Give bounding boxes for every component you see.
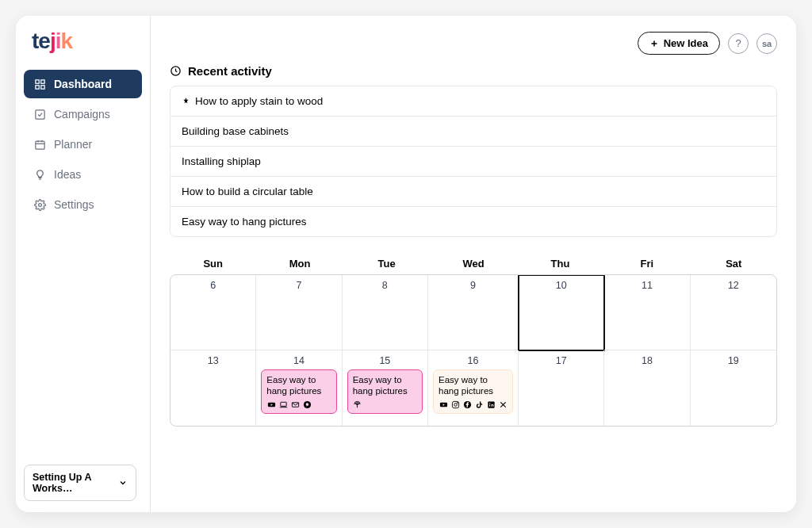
- gear-icon: [33, 198, 46, 211]
- calendar-event[interactable]: Easy way to hang pictures: [347, 369, 423, 414]
- svg-rect-4: [35, 109, 44, 118]
- calendar-cell[interactable]: 9: [428, 275, 519, 350]
- sidebar-item-campaigns[interactable]: Campaigns: [24, 100, 142, 128]
- svg-rect-3: [40, 85, 44, 88]
- sidebar: tejik Dashboard Campaigns Planner Ideas …: [16, 16, 151, 512]
- activity-item[interactable]: Installing shiplap: [170, 147, 776, 177]
- cal-date: 12: [695, 280, 772, 291]
- day-header: Mon: [256, 253, 343, 274]
- activity-list: How to apply stain to wood Building base…: [170, 86, 777, 237]
- cal-date: 19: [695, 355, 772, 366]
- cal-date: 9: [433, 280, 513, 291]
- new-idea-label: New Idea: [664, 37, 708, 49]
- nav-label: Dashboard: [54, 78, 112, 90]
- day-header: Sat: [691, 253, 777, 274]
- day-header: Wed: [430, 253, 516, 274]
- x-icon: [498, 400, 508, 410]
- event-icons: [353, 400, 417, 410]
- calendar-header: Sun Mon Tue Wed Thu Fri Sat: [170, 253, 777, 274]
- activity-label: Installing shiplap: [182, 155, 261, 167]
- new-idea-button[interactable]: New Idea: [638, 32, 720, 55]
- calendar-icon: [33, 138, 46, 151]
- avatar[interactable]: sa: [756, 33, 777, 54]
- nav-label: Planner: [54, 138, 92, 151]
- cal-date: 16: [433, 355, 513, 366]
- calendar-cell-today[interactable]: 10: [519, 275, 604, 350]
- calendar-cell[interactable]: 15 Easy way to hang pictures: [343, 350, 428, 426]
- cal-date: 17: [523, 355, 599, 366]
- nav: Dashboard Campaigns Planner Ideas Settin…: [24, 70, 142, 219]
- activity-label: How to apply stain to wood: [195, 95, 323, 107]
- activity-label: Building base cabinets: [182, 125, 289, 137]
- logo: tejik: [24, 29, 142, 70]
- sidebar-item-dashboard[interactable]: Dashboard: [24, 70, 142, 98]
- linkedin-icon: [486, 400, 496, 410]
- svg-point-19: [488, 403, 489, 404]
- cal-date: 18: [609, 355, 684, 366]
- nav-label: Campaigns: [54, 108, 110, 121]
- workspace-switcher[interactable]: Setting Up A Works…: [24, 465, 136, 501]
- bulb-icon: [33, 168, 46, 181]
- section-title-text: Recent activity: [188, 64, 272, 78]
- event-icons: [266, 400, 331, 410]
- laptop-icon: [278, 400, 288, 410]
- activity-label: Easy way to hang pictures: [182, 216, 307, 228]
- event-title: Easy way to hang pictures: [266, 374, 331, 397]
- event-title: Easy way to hang pictures: [439, 374, 508, 397]
- clock-icon: [170, 65, 182, 77]
- cal-date: 6: [175, 280, 251, 291]
- event-icons: [439, 400, 508, 410]
- calendar-cell[interactable]: 11: [604, 275, 690, 350]
- help-icon: ?: [735, 37, 741, 49]
- calendar-cell[interactable]: 13: [170, 350, 256, 426]
- calendar-event[interactable]: Easy way to hang pictures: [261, 369, 336, 414]
- svg-rect-0: [35, 79, 38, 82]
- cal-date: 15: [347, 355, 423, 366]
- calendar-cell[interactable]: 7: [256, 275, 342, 350]
- calendar-cell[interactable]: 16 Easy way to hang pictures: [428, 350, 519, 426]
- check-square-icon: [33, 108, 46, 121]
- svg-point-6: [38, 203, 41, 206]
- youtube-icon: [439, 400, 448, 410]
- sidebar-item-planner[interactable]: Planner: [24, 130, 142, 159]
- podcast-icon: [353, 400, 362, 410]
- instagram-icon: [450, 400, 460, 410]
- calendar-cell[interactable]: 17: [519, 350, 604, 426]
- calendar-event[interactable]: Easy way to hang pictures: [433, 369, 513, 414]
- calendar-cell[interactable]: 18: [604, 350, 690, 426]
- svg-rect-2: [35, 85, 38, 88]
- activity-item[interactable]: Easy way to hang pictures: [170, 207, 776, 236]
- svg-rect-9: [281, 403, 286, 407]
- pinterest-icon: [302, 400, 312, 410]
- cal-date: 11: [609, 280, 684, 291]
- sidebar-item-settings[interactable]: Settings: [24, 190, 142, 219]
- calendar-grid: 6 7 8 9 10 11 12 13 14 Easy way to hang …: [170, 274, 777, 427]
- calendar-cell[interactable]: 14 Easy way to hang pictures: [256, 350, 342, 426]
- svg-rect-5: [35, 141, 44, 149]
- svg-point-15: [454, 404, 457, 407]
- day-header: Tue: [343, 253, 430, 274]
- topbar: New Idea ? sa: [170, 32, 777, 55]
- cal-date: 10: [523, 280, 599, 291]
- nav-label: Ideas: [54, 168, 81, 181]
- help-button[interactable]: ?: [728, 33, 749, 54]
- calendar-cell[interactable]: 19: [691, 350, 776, 426]
- activity-item[interactable]: How to build a circular table: [170, 177, 776, 207]
- calendar-cell[interactable]: 6: [170, 275, 256, 350]
- svg-point-12: [357, 404, 358, 405]
- calendar-cell[interactable]: 8: [343, 275, 428, 350]
- activity-item[interactable]: Building base cabinets: [170, 117, 776, 147]
- tiktok-icon: [474, 400, 484, 410]
- activity-item[interactable]: How to apply stain to wood: [170, 86, 776, 117]
- svg-rect-1: [40, 79, 44, 82]
- app-frame: tejik Dashboard Campaigns Planner Ideas …: [16, 16, 796, 512]
- grid-icon: [33, 78, 46, 90]
- chevron-down-icon: [118, 478, 128, 488]
- calendar: Sun Mon Tue Wed Thu Fri Sat 6 7 8 9 10 1…: [170, 253, 777, 427]
- main-content: New Idea ? sa Recent activity How to app…: [151, 16, 796, 512]
- cal-date: 8: [347, 280, 423, 291]
- sidebar-item-ideas[interactable]: Ideas: [24, 160, 142, 189]
- calendar-cell[interactable]: 12: [691, 275, 776, 350]
- event-title: Easy way to hang pictures: [353, 374, 417, 397]
- mail-icon: [290, 400, 300, 410]
